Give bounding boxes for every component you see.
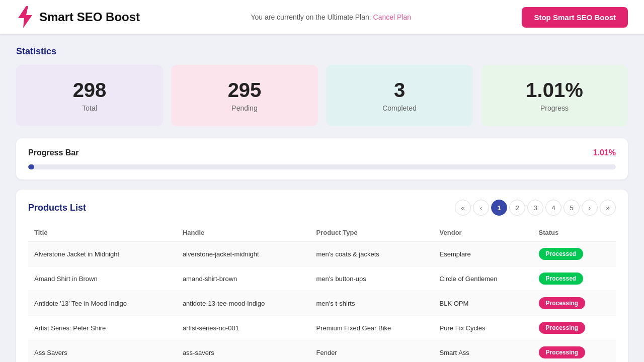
pagination-last[interactable]: » (600, 200, 616, 216)
progress-fill (28, 164, 34, 169)
cell-handle: alverstone-jacket-midnight (177, 242, 310, 266)
progress-title: Progress Bar (28, 148, 79, 157)
status-badge: Processed (539, 248, 584, 260)
cell-title: Amand Shirt in Brown (28, 266, 177, 291)
cell-type: Premium Fixed Gear Bike (310, 316, 434, 340)
stat-card-progress: 1.01% Progress (481, 65, 628, 126)
stat-card-pending: 295 Pending (171, 65, 318, 126)
cell-type: Fender (310, 340, 434, 363)
header: Smart SEO Boost You are currently on the… (0, 0, 644, 34)
col-status: Status (533, 224, 616, 242)
stat-pending-label: Pending (181, 104, 308, 112)
table-body: Alverstone Jacket in Midnight alverstone… (28, 242, 616, 363)
status-badge: Processing (539, 297, 586, 309)
pagination-page-2[interactable]: 2 (509, 200, 525, 216)
cell-vendor: Smart Ass (434, 340, 533, 363)
cell-type: men's coats & jackets (310, 242, 434, 266)
products-table: Title Handle Product Type Vendor Status … (28, 224, 616, 362)
stat-progress-label: Progress (491, 104, 618, 112)
svg-marker-0 (18, 6, 32, 28)
cell-vendor: Pure Fix Cycles (434, 316, 533, 340)
cell-status: Processed (533, 242, 616, 266)
cell-type: men's button-ups (310, 266, 434, 291)
col-handle: Handle (177, 224, 310, 242)
status-badge: Processed (539, 273, 584, 285)
pagination: « ‹ 1 2 3 4 5 › » (455, 200, 616, 216)
pagination-first[interactable]: « (455, 200, 471, 216)
stat-card-total: 298 Total (16, 65, 163, 126)
table-header: Title Handle Product Type Vendor Status (28, 224, 616, 242)
stat-completed-label: Completed (336, 104, 463, 112)
cell-type: men's t-shirts (310, 291, 434, 316)
cell-title: Ass Savers (28, 340, 177, 363)
cell-handle: ass-savers (177, 340, 310, 363)
logo-icon (16, 6, 34, 28)
stat-progress-value: 1.01% (491, 79, 618, 101)
cell-handle: amand-shirt-brown (177, 266, 310, 291)
stat-total-value: 298 (26, 79, 153, 101)
progress-section: Progress Bar 1.01% (16, 138, 628, 179)
col-title: Title (28, 224, 177, 242)
plan-text: You are currently on the Ultimate Plan. (251, 13, 371, 21)
cell-status: Processing (533, 291, 616, 316)
cell-status: Processing (533, 340, 616, 363)
table-row: Amand Shirt in Brown amand-shirt-brown m… (28, 266, 616, 291)
progress-track (28, 164, 616, 169)
col-type: Product Type (310, 224, 434, 242)
products-title: Products List (28, 203, 86, 213)
cell-title: Alverstone Jacket in Midnight (28, 242, 177, 266)
progress-header: Progress Bar 1.01% (28, 148, 616, 157)
header-plan-info: You are currently on the Ultimate Plan. … (251, 13, 411, 21)
table-row: Ass Savers ass-savers Fender Smart Ass P… (28, 340, 616, 363)
cell-title: Antidote '13' Tee in Mood Indigo (28, 291, 177, 316)
progress-percentage: 1.01% (593, 148, 616, 157)
table-row: Alverstone Jacket in Midnight alverstone… (28, 242, 616, 266)
stat-pending-value: 295 (181, 79, 308, 101)
statistics-title: Statistics (16, 46, 628, 57)
cell-status: Processing (533, 316, 616, 340)
stat-completed-value: 3 (336, 79, 463, 101)
cell-handle: antidote-13-tee-mood-indigo (177, 291, 310, 316)
table-row: Antidote '13' Tee in Mood Indigo antidot… (28, 291, 616, 316)
pagination-page-5[interactable]: 5 (564, 200, 580, 216)
stat-total-label: Total (26, 104, 153, 112)
stats-grid: 298 Total 295 Pending 3 Completed 1.01% … (16, 65, 628, 126)
stop-button[interactable]: Stop Smart SEO Boost (522, 7, 628, 28)
products-header: Products List « ‹ 1 2 3 4 5 › » (28, 200, 616, 216)
cell-handle: artist-series-no-001 (177, 316, 310, 340)
status-badge: Processing (539, 346, 586, 358)
pagination-page-1[interactable]: 1 (491, 200, 507, 216)
cell-title: Artist Series: Peter Shire (28, 316, 177, 340)
products-section: Products List « ‹ 1 2 3 4 5 › » Title Ha… (16, 190, 628, 362)
cell-vendor: BLK OPM (434, 291, 533, 316)
cell-vendor: Esemplare (434, 242, 533, 266)
pagination-prev[interactable]: ‹ (473, 200, 489, 216)
cell-status: Processed (533, 266, 616, 291)
status-badge: Processing (539, 322, 586, 334)
cell-vendor: Circle of Gentlemen (434, 266, 533, 291)
pagination-page-4[interactable]: 4 (545, 200, 561, 216)
pagination-page-3[interactable]: 3 (527, 200, 543, 216)
cancel-plan-link[interactable]: Cancel Plan (373, 13, 412, 21)
table-row: Artist Series: Peter Shire artist-series… (28, 316, 616, 340)
pagination-next[interactable]: › (582, 200, 598, 216)
logo-area: Smart SEO Boost (16, 6, 140, 28)
main-content: Statistics 298 Total 295 Pending 3 Compl… (0, 34, 644, 362)
stat-card-completed: 3 Completed (326, 65, 473, 126)
col-vendor: Vendor (434, 224, 533, 242)
logo-text: Smart SEO Boost (39, 10, 140, 24)
